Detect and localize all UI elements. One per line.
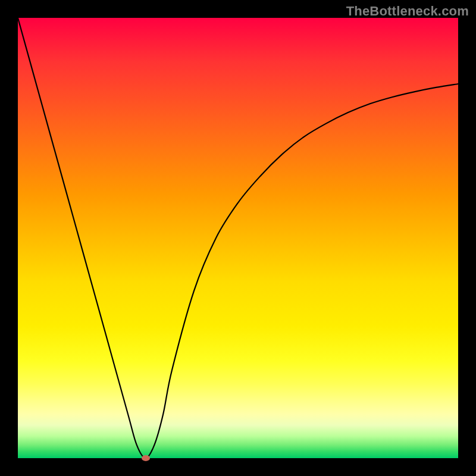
- chart-container: TheBottleneck.com: [0, 0, 476, 476]
- watermark-text: TheBottleneck.com: [346, 4, 469, 19]
- plot-area: [18, 18, 458, 458]
- bottleneck-curve: [18, 18, 458, 458]
- minimum-marker: [142, 455, 150, 461]
